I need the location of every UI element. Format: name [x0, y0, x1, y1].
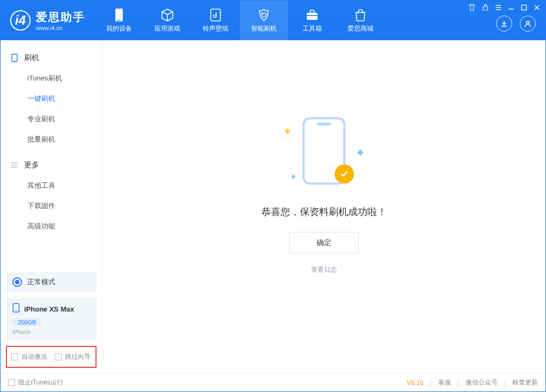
- group-title: 刷机: [24, 53, 39, 63]
- mode-card[interactable]: 正常模式: [6, 272, 97, 292]
- shield-refresh-icon: [257, 8, 271, 22]
- nav-tabs: 我的设备 应用游戏 铃声壁纸 智能刷机 工具箱 爱思商城: [95, 1, 385, 40]
- sidebar-item-pro-flash[interactable]: 专业刷机: [1, 109, 102, 129]
- checkbox-block-itunes[interactable]: 阻止iTunes运行: [8, 378, 63, 387]
- separator: |: [430, 379, 432, 387]
- svg-rect-6: [483, 6, 488, 10]
- sidebar-bottom: 正常模式 iPhone XS Max 256GB iPhone 自动激活: [1, 267, 102, 373]
- sidebar-group-flash: 刷机: [1, 48, 102, 68]
- success-illustration: [276, 113, 372, 193]
- toolbox-icon: [305, 8, 319, 22]
- status-right: V8.16 | 客服 | 微信公众号 | 检查更新: [407, 378, 538, 387]
- success-message: 恭喜您，保资料刷机成功啦！: [211, 205, 437, 218]
- tab-smart-flash[interactable]: 智能刷机: [240, 1, 288, 40]
- sidebar-item-one-click-flash[interactable]: 一键刷机: [1, 88, 102, 109]
- checkbox-label: 阻止iTunes运行: [18, 378, 63, 387]
- view-log-link[interactable]: 查看日志: [211, 265, 437, 274]
- tab-label: 铃声壁纸: [203, 24, 228, 33]
- checkbox-icon: [8, 379, 15, 386]
- cube-icon: [160, 8, 174, 22]
- spark-icon: [357, 149, 363, 155]
- svg-point-12: [16, 310, 17, 312]
- sidebar-item-download-firmware[interactable]: 下载固件: [1, 196, 102, 216]
- app-window: i4 爱思助手 www.i4.cn 我的设备 应用游戏 铃声壁纸 智能刷机: [0, 0, 546, 392]
- logo-icon: i4: [10, 10, 31, 31]
- checkbox-label: 跳过向导: [65, 352, 91, 361]
- svg-rect-2: [211, 9, 220, 21]
- svg-point-10: [14, 60, 15, 61]
- svg-point-8: [526, 21, 529, 24]
- tab-label: 工具箱: [302, 24, 322, 33]
- tab-label: 应用游戏: [154, 24, 180, 33]
- sidebar-scroll: 刷机 iTunes刷机 一键刷机 专业刷机 批量刷机 更多 其他工具 下载固件 …: [1, 40, 102, 267]
- link-check-update[interactable]: 检查更新: [512, 378, 538, 387]
- sidebar-item-itunes-flash[interactable]: iTunes刷机: [1, 68, 102, 88]
- device-name: iPhone XS Max: [24, 305, 74, 313]
- separator: |: [458, 379, 459, 387]
- svg-rect-1: [117, 20, 121, 21]
- separator: |: [504, 379, 506, 387]
- tab-label: 我的设备: [106, 24, 132, 33]
- titlebar: i4 爱思助手 www.i4.cn 我的设备 应用游戏 铃声壁纸 智能刷机: [1, 1, 545, 40]
- tab-store[interactable]: 爱思商城: [336, 1, 385, 40]
- user-button[interactable]: [520, 16, 536, 32]
- sidebar-item-batch-flash[interactable]: 批量刷机: [1, 129, 102, 150]
- tab-my-device[interactable]: 我的设备: [95, 1, 143, 40]
- check-badge-icon: [335, 164, 354, 183]
- options-row: 自动激活 跳过向导: [6, 346, 97, 368]
- success-panel: 恭喜您，保资料刷机成功啦！ 确定 查看日志: [211, 113, 437, 274]
- music-file-icon: [209, 8, 223, 22]
- group-title: 更多: [24, 160, 39, 170]
- svg-rect-4: [310, 10, 314, 13]
- sidebar: 刷机 iTunes刷机 一键刷机 专业刷机 批量刷机 更多 其他工具 下载固件 …: [1, 40, 102, 373]
- more-icon: [10, 161, 19, 169]
- device-icon: [112, 8, 126, 22]
- round-buttons: [496, 16, 536, 32]
- sidebar-item-advanced[interactable]: 高级功能: [1, 216, 102, 236]
- device-capacity: 256GB: [12, 318, 41, 327]
- phone-icon: [10, 54, 19, 62]
- tab-apps-games[interactable]: 应用游戏: [143, 1, 191, 40]
- maximize-button[interactable]: [521, 4, 527, 12]
- tab-ringtones-wallpapers[interactable]: 铃声壁纸: [191, 1, 240, 40]
- checkbox-label: 自动激活: [21, 352, 47, 361]
- spark-icon: [284, 128, 290, 134]
- brand-text: 爱思助手 www.i4.cn: [36, 10, 85, 31]
- statusbar: 阻止iTunes运行 V8.16 | 客服 | 微信公众号 | 检查更新: [1, 373, 545, 391]
- svg-rect-3: [307, 13, 318, 20]
- main-content: 恭喜您，保资料刷机成功啦！ 确定 查看日志: [102, 40, 545, 373]
- shirt-icon[interactable]: [468, 4, 476, 12]
- link-wechat[interactable]: 微信公众号: [466, 378, 498, 387]
- checkbox-skip-guide[interactable]: 跳过向导: [55, 352, 91, 361]
- titlebar-right: [468, 1, 545, 40]
- sidebar-item-other-tools[interactable]: 其他工具: [1, 175, 102, 196]
- close-button[interactable]: [534, 4, 540, 12]
- download-button[interactable]: [496, 16, 512, 32]
- minimize-button[interactable]: [508, 4, 514, 12]
- status-left: 阻止iTunes运行: [8, 378, 63, 387]
- tab-label: 爱思商城: [348, 24, 373, 33]
- sidebar-group-more: 更多: [1, 155, 102, 175]
- lock-icon[interactable]: [482, 4, 489, 12]
- device-subtype: iPhone: [12, 329, 90, 335]
- spark-icon: [291, 174, 296, 179]
- checkbox-auto-activate[interactable]: 自动激活: [11, 352, 47, 361]
- link-customer-service[interactable]: 客服: [438, 378, 451, 387]
- ok-button[interactable]: 确定: [289, 232, 359, 253]
- mode-dot-icon: [12, 277, 22, 287]
- app-url: www.i4.cn: [36, 25, 85, 31]
- menu-icon[interactable]: [495, 4, 501, 12]
- mode-label: 正常模式: [27, 277, 55, 287]
- svg-rect-7: [522, 5, 527, 10]
- bag-icon: [353, 8, 367, 22]
- tab-label: 智能刷机: [251, 24, 277, 33]
- app-name: 爱思助手: [36, 10, 85, 25]
- device-phone-icon: [12, 303, 20, 315]
- checkbox-icon: [55, 353, 62, 360]
- svg-rect-5: [307, 15, 318, 16]
- brand: i4 爱思助手 www.i4.cn: [1, 1, 95, 40]
- tab-toolbox[interactable]: 工具箱: [288, 1, 336, 40]
- body: 刷机 iTunes刷机 一键刷机 专业刷机 批量刷机 更多 其他工具 下载固件 …: [1, 40, 545, 373]
- device-card[interactable]: iPhone XS Max 256GB iPhone: [6, 298, 97, 341]
- svg-rect-0: [115, 9, 123, 21]
